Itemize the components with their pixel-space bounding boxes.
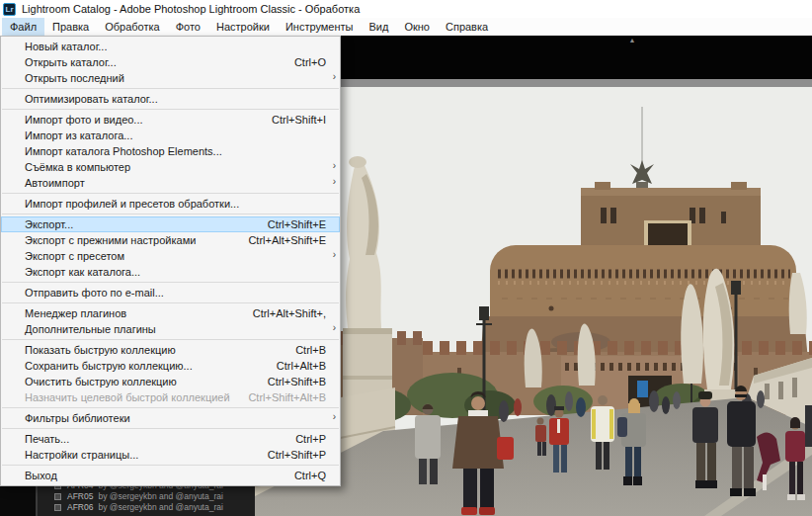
collection-byline: by @sergeykbn and @anyuta_rai xyxy=(98,491,222,501)
menu-item-label: Сохранить быструю коллекцию... xyxy=(25,360,259,372)
menu-item-label: Настройки страницы... xyxy=(25,449,250,461)
menu-item-label: Экспорт... xyxy=(25,218,250,230)
menu-item-30[interactable]: Фильтры библиотеки› xyxy=(1,410,340,426)
menubar-item-6[interactable]: Инструменты xyxy=(278,18,362,36)
menu-item-label: Импорт каталога Photoshop Elements... xyxy=(25,145,326,157)
menu-item-label: Дополнительные плагины xyxy=(25,323,326,335)
menu-item-7[interactable]: Импорт фото и видео...Ctrl+Shift+I xyxy=(1,112,340,128)
submenu-arrow-icon: › xyxy=(333,322,336,333)
menu-item-26[interactable]: Сохранить быструю коллекцию...Ctrl+Alt+B xyxy=(1,358,340,374)
menu-item-shortcut: Ctrl+Shift+E xyxy=(268,218,326,230)
menu-item-label: Экспорт как каталога... xyxy=(25,266,326,278)
menu-item-shortcut: Ctrl+Alt+B xyxy=(277,360,326,372)
menu-item-33[interactable]: Настройки страницы...Ctrl+Shift+P xyxy=(1,447,340,463)
menu-item-shortcut: Ctrl+O xyxy=(294,56,326,68)
menu-item-label: Открыть каталог... xyxy=(25,56,277,68)
menu-item-27[interactable]: Очистить быструю коллекциюCtrl+Shift+B xyxy=(1,374,340,389)
menu-separator xyxy=(2,302,339,303)
menu-separator xyxy=(2,465,339,466)
lightroom-app-icon: Lr xyxy=(3,3,16,16)
menu-item-shortcut: Ctrl+Shift+P xyxy=(268,449,326,461)
collection-item-AFR06[interactable]: AFR06by @sergeykbn and @anyuta_rai xyxy=(54,502,223,512)
menu-separator xyxy=(2,282,339,283)
menu-item-2[interactable]: Открыть каталог...Ctrl+O xyxy=(1,54,340,70)
menubar-item-2[interactable]: Правка xyxy=(44,18,97,36)
window-title: Lightroom Catalog - Adobe Photoshop Ligh… xyxy=(22,3,360,15)
submenu-arrow-icon: › xyxy=(333,71,336,82)
menubar-item-8[interactable]: Окно xyxy=(396,18,438,36)
menubar-item-5[interactable]: Настройки xyxy=(208,18,278,36)
menubar: ФайлПравкаОбработкаФотоНастройкиИнструме… xyxy=(0,18,812,36)
menu-item-shortcut: Ctrl+Q xyxy=(294,470,326,481)
lightroom-window: Lr Lightroom Catalog - Adobe Photoshop L… xyxy=(0,0,812,516)
menu-item-shortcut: Ctrl+Alt+Shift+, xyxy=(253,307,326,319)
titlebar: Lr Lightroom Catalog - Adobe Photoshop L… xyxy=(0,0,812,18)
menu-item-28: Назначить целевой быстрой коллекциейCtrl… xyxy=(1,389,340,405)
menubar-item-1[interactable]: Файл xyxy=(2,18,44,36)
menu-separator xyxy=(2,407,339,408)
menu-item-label: Экспорт с прежними настройками xyxy=(25,234,230,246)
menu-item-label: Съёмка в компьютер xyxy=(25,161,326,173)
menu-item-label: Импорт профилей и пресетов обработки... xyxy=(25,198,326,210)
person-edge xyxy=(805,405,812,447)
menu-item-shortcut: Ctrl+Alt+Shift+E xyxy=(248,234,326,246)
menu-item-label: Автоимпорт xyxy=(25,177,326,189)
menu-item-label: Оптимизировать каталог... xyxy=(25,93,326,105)
menu-separator xyxy=(2,193,339,194)
menu-item-5[interactable]: Оптимизировать каталог... xyxy=(1,91,340,107)
submenu-arrow-icon: › xyxy=(333,176,336,187)
menu-separator xyxy=(2,214,339,215)
menu-item-label: Менеджер плагинов xyxy=(25,307,235,319)
menu-item-35[interactable]: ВыходCtrl+Q xyxy=(1,468,340,483)
menu-item-23[interactable]: Дополнительные плагины› xyxy=(1,321,340,337)
menu-item-shortcut: Ctrl+P xyxy=(295,433,326,445)
menu-item-18[interactable]: Экспорт как каталога... xyxy=(1,264,340,280)
menu-item-label: Экспорт с пресетом xyxy=(25,250,326,262)
menu-item-15[interactable]: Экспорт...Ctrl+Shift+E xyxy=(1,216,340,232)
menu-item-8[interactable]: Импорт из каталога... xyxy=(1,128,340,143)
menu-item-label: Очистить быструю коллекцию xyxy=(25,376,250,387)
menu-item-1[interactable]: Новый каталог... xyxy=(1,39,340,54)
menu-item-32[interactable]: Печать...Ctrl+P xyxy=(1,431,340,447)
menu-item-22[interactable]: Менеджер плагиновCtrl+Alt+Shift+, xyxy=(1,305,340,321)
menu-item-10[interactable]: Съёмка в компьютер› xyxy=(1,159,340,175)
menu-item-3[interactable]: Открыть последний› xyxy=(1,70,340,86)
collection-byline: by @sergeykbn and @anyuta_rai xyxy=(98,502,222,512)
menu-item-label: Показать быструю коллекцию xyxy=(25,344,278,356)
menu-item-shortcut: Ctrl+Shift+I xyxy=(272,114,326,126)
menubar-item-9[interactable]: Справка xyxy=(438,18,496,36)
menu-item-shortcut: Ctrl+B xyxy=(295,344,326,356)
menu-item-label: Открыть последний xyxy=(25,72,326,84)
menu-item-label: Назначить целевой быстрой коллекцией xyxy=(25,391,230,403)
menubar-item-4[interactable]: Фото xyxy=(168,18,208,36)
menu-item-9[interactable]: Импорт каталога Photoshop Elements... xyxy=(1,143,340,159)
panel-collapse-arrow-icon[interactable]: ▲ xyxy=(625,37,639,43)
menu-item-25[interactable]: Показать быструю коллекциюCtrl+B xyxy=(1,342,340,358)
collection-item-AFR05[interactable]: AFR05by @sergeykbn and @anyuta_rai xyxy=(54,491,223,501)
submenu-arrow-icon: › xyxy=(333,411,336,422)
collection-icon xyxy=(54,504,61,511)
menu-item-shortcut: Ctrl+Shift+Alt+B xyxy=(248,391,326,403)
collection-title: AFR05 xyxy=(67,491,93,501)
menu-item-label: Отправить фото по e-mail... xyxy=(25,287,326,299)
menu-item-shortcut: Ctrl+Shift+B xyxy=(268,376,326,387)
menubar-item-3[interactable]: Обработка xyxy=(97,18,167,36)
menu-item-label: Фильтры библиотеки xyxy=(25,412,326,424)
menu-separator xyxy=(2,428,339,429)
menu-separator xyxy=(2,339,339,340)
menu-item-13[interactable]: Импорт профилей и пресетов обработки... xyxy=(1,196,340,212)
menubar-item-7[interactable]: Вид xyxy=(362,18,397,36)
collection-title: AFR06 xyxy=(67,502,93,512)
collection-icon xyxy=(54,493,61,500)
menu-item-20[interactable]: Отправить фото по e-mail... xyxy=(1,285,340,301)
menu-item-label: Импорт из каталога... xyxy=(25,129,326,141)
menu-item-11[interactable]: Автоимпорт› xyxy=(1,175,340,191)
menu-separator xyxy=(2,88,339,89)
menu-item-label: Выход xyxy=(25,470,277,481)
menu-item-17[interactable]: Экспорт с пресетом› xyxy=(1,248,340,264)
file-menu-dropdown: Новый каталог...Открыть каталог...Ctrl+O… xyxy=(0,36,341,486)
submenu-arrow-icon: › xyxy=(333,160,336,171)
menu-item-16[interactable]: Экспорт с прежними настройкамиCtrl+Alt+S… xyxy=(1,232,340,248)
submenu-arrow-icon: › xyxy=(333,249,336,260)
menu-separator xyxy=(2,109,339,110)
